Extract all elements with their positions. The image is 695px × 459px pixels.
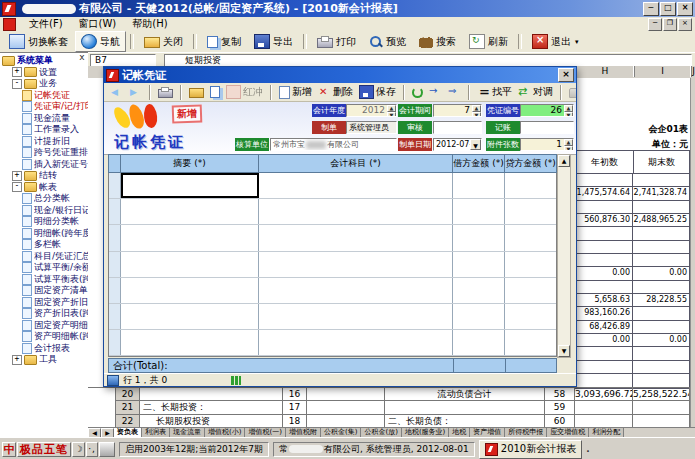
sheet-cell-begin-year[interactable]: 983,160.26 (576, 307, 633, 319)
sheet-cell-end-period[interactable] (633, 321, 689, 333)
voucher-cell[interactable] (259, 173, 453, 198)
dialog-close-icon[interactable]: × (558, 68, 574, 82)
voucher-cell[interactable] (121, 173, 259, 198)
sidebar-close-icon[interactable]: x (77, 53, 87, 63)
toolbar-button-close-folder[interactable]: 关闭 (138, 31, 189, 52)
sheet-cell-begin-year[interactable] (576, 201, 633, 213)
row-selector[interactable] (109, 278, 121, 303)
close-icon[interactable]: × (677, 2, 693, 16)
dialog-tool-swap[interactable]: 对调 (516, 84, 555, 100)
minimize-icon[interactable]: ─ (643, 2, 659, 16)
collapse-icon[interactable]: - (12, 182, 22, 192)
voucher-cell[interactable] (259, 278, 453, 303)
voucher-cell[interactable] (453, 225, 505, 250)
sheet-cell-end-period[interactable] (633, 347, 689, 359)
dialog-tool-delete[interactable]: 删除 (316, 84, 355, 100)
column-header-j[interactable]: J (690, 66, 695, 77)
sheet-cell[interactable]: 二、长期负债： (385, 415, 545, 427)
sheet-cell-end-period[interactable] (633, 281, 689, 293)
cell-name-box[interactable]: B7 (90, 54, 156, 67)
spinner-icon[interactable]: ▲▼ (387, 105, 396, 116)
sheet-cell[interactable]: 59 (545, 401, 575, 414)
copy-button[interactable] (208, 84, 222, 100)
mdi-restore-icon[interactable]: ❐ (663, 18, 677, 31)
toolbar-button-export[interactable]: 导出 (248, 31, 299, 52)
expand-icon[interactable]: + (12, 171, 22, 181)
spinner-icon[interactable]: ▲▼ (564, 139, 573, 150)
spinner-icon[interactable]: ▲▼ (472, 105, 481, 116)
row-selector[interactable] (109, 173, 121, 198)
voucher-cell[interactable] (505, 225, 556, 250)
voucher-cell[interactable] (505, 252, 556, 277)
column-header-i[interactable]: I (633, 66, 692, 77)
sheet-cell[interactable]: 流动负债合计 (385, 388, 545, 401)
sheet-cell[interactable] (575, 401, 633, 414)
year-stepper[interactable]: 2012▲▼ (346, 104, 397, 117)
sheet-cell-end-period[interactable] (633, 174, 689, 186)
voucher-cell[interactable] (259, 199, 453, 224)
dialog-titlebar[interactable]: 记帐凭证 × (104, 67, 576, 83)
dialog-tool-equals[interactable]: 找平 (475, 84, 514, 100)
sheet-cell[interactable]: 17 (283, 401, 307, 414)
voucher-cell[interactable] (259, 225, 453, 250)
sheet-cell-begin-year[interactable] (576, 227, 633, 239)
sheet-cell[interactable] (140, 388, 283, 401)
sheet-cell-end-period[interactable] (633, 241, 689, 253)
sheet-cell[interactable] (307, 401, 385, 414)
sheet-cell-begin-year[interactable] (576, 347, 633, 359)
toolbar-button-search[interactable]: 搜索 (413, 31, 462, 52)
sheet-cell-end-period[interactable] (633, 201, 689, 213)
sheet-cell-end-period[interactable]: 2,741,328.74 (633, 187, 689, 199)
row-selector[interactable] (109, 304, 121, 329)
toolbar-button-exit[interactable]: 退出▾ (526, 31, 585, 52)
sheet-cell-end-period[interactable] (633, 374, 689, 386)
voucher-no-step per[interactable]: 26▲▼ (520, 104, 574, 117)
voucher-cell[interactable] (121, 199, 259, 224)
menu-item[interactable]: 窗口(W) (71, 17, 125, 31)
sidebar-item[interactable]: +工具 (0, 354, 88, 366)
row-selector[interactable] (109, 252, 121, 277)
toolbar-button-switch-book[interactable]: 切换帐套 (3, 31, 74, 52)
task-window-button[interactable]: 2010新会计报表 (479, 440, 582, 459)
row-selector[interactable] (109, 330, 121, 355)
voucher-cell[interactable] (259, 252, 453, 277)
refresh-button[interactable] (410, 84, 425, 100)
nav-fwd-button[interactable] (127, 84, 144, 100)
ime-language-icon[interactable]: 中 (2, 442, 16, 457)
sheet-cell-begin-year[interactable] (576, 241, 633, 253)
sheet-cell[interactable] (575, 415, 633, 427)
sheet-cell-end-period[interactable]: 0.00 (633, 334, 689, 346)
voucher-cell[interactable] (453, 252, 505, 277)
print-button[interactable] (156, 84, 175, 100)
keyboard-icon[interactable] (99, 442, 115, 457)
sheet-cell-end-period[interactable] (633, 254, 689, 266)
voucher-cell[interactable] (505, 199, 556, 224)
date-dropdown[interactable]: 2012-07-31▼ (433, 138, 482, 151)
sheet-cell[interactable] (633, 415, 690, 427)
voucher-cell[interactable] (121, 304, 259, 329)
scroll-down-icon[interactable]: ▼ (558, 345, 570, 357)
sheet-cell-begin-year[interactable] (576, 254, 633, 266)
sheet-cell[interactable]: 5,258,522.54 (633, 388, 690, 401)
voucher-cell[interactable] (505, 278, 556, 303)
attachments-stepper[interactable]: 1▲▼ (520, 138, 574, 151)
sheet-cell[interactable]: 16 (283, 388, 307, 401)
ime-punct-icon[interactable]: ·, (86, 442, 98, 457)
folder-button[interactable] (187, 84, 206, 100)
sheet-cell-end-period[interactable] (633, 361, 689, 373)
voucher-cell[interactable] (453, 199, 505, 224)
voucher-cell[interactable] (121, 330, 259, 355)
sheet-cell[interactable] (385, 401, 545, 414)
sheet-cell-begin-year[interactable]: 0.00 (576, 334, 633, 346)
formula-input[interactable]: 短期投资 (164, 54, 692, 67)
dialog-tool-save[interactable]: 保存 (357, 84, 398, 100)
sheet-cell[interactable]: 长期股权投资 (140, 415, 283, 427)
dialog-tool-page[interactable]: 新增 (277, 84, 314, 100)
arrow-out-button[interactable] (446, 84, 463, 100)
voucher-cell[interactable] (121, 252, 259, 277)
ime-fullhalf-icon[interactable]: ☽ (72, 442, 85, 457)
sheet-cell-begin-year[interactable] (576, 281, 633, 293)
period-stepper[interactable]: 7▲▼ (433, 104, 482, 117)
sheet-cell-end-period[interactable]: 2,488,965.25 (633, 214, 689, 226)
sheet-cell-begin-year[interactable]: 0.00 (576, 267, 633, 279)
